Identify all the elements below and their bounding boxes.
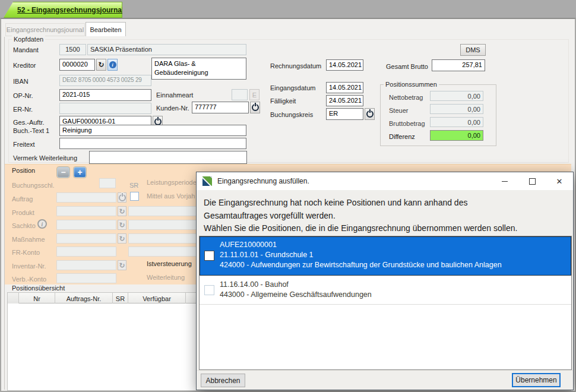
op-nr-input[interactable]: 2021-015 <box>59 89 151 101</box>
item-checkbox[interactable] <box>204 251 214 261</box>
close-button[interactable]: ✕ <box>546 172 573 190</box>
vermerk-input[interactable] <box>89 151 247 164</box>
buchungskreis-input[interactable]: ER <box>326 108 363 120</box>
mittel-aus-vorjahr-label: Mittel aus Vorjah <box>147 192 195 200</box>
positionsuebersicht-label: Positionsübersicht <box>12 284 65 292</box>
sachkto-name-field <box>128 220 203 230</box>
remove-position-button[interactable]: − <box>57 167 69 178</box>
sachkto-field <box>56 220 116 230</box>
column-header-verfuegbar[interactable]: Verfügbar <box>128 293 186 304</box>
istversteuerung-label: Istversteuerung <box>147 260 192 267</box>
row-selector-header[interactable] <box>8 293 19 304</box>
nettobetrag-label: Nettobetrag <box>389 94 423 101</box>
buchungsschl-label: Buchungsschl. <box>12 182 55 189</box>
buchungsschl-field <box>99 178 116 188</box>
gesamt-brutto-input[interactable]: 257,81 <box>432 59 485 71</box>
bruttobetrag-field: 0,00 <box>430 117 483 127</box>
sr-checkbox[interactable] <box>130 192 139 201</box>
einnahmeart-button: E <box>249 89 259 100</box>
inventar-refresh-button: ↻ <box>118 260 126 270</box>
dialog-title: Eingangsrechnung ausfüllen. <box>217 177 309 185</box>
app-window: 52 - Eingangsrechnungsjournal X Eingangs… <box>0 0 576 392</box>
mandant-code-field: 1500 <box>59 44 86 55</box>
item-line: 21.11.01.01 - Grundschule 1 <box>220 250 502 260</box>
kreditor-name-field[interactable]: DARA Glas- & Gebäudereinigung <box>151 58 246 80</box>
close-icon: ✕ <box>556 177 563 186</box>
refresh-icon: ↻ <box>119 235 125 242</box>
ges-auftr-label: Ges.-Auftr. <box>13 119 45 126</box>
lookup-icon <box>119 194 126 201</box>
dialog-message-line: Wählen Sie die Positionen, die in die Ei… <box>204 222 569 235</box>
refresh-icon: ↻ <box>119 208 125 215</box>
lookup-icon <box>252 104 259 111</box>
auftrag-field <box>56 192 116 203</box>
produkt-name-field <box>128 206 203 216</box>
list-item[interactable]: AUFE210000001 21.11.01.01 - Grundschule … <box>200 236 571 276</box>
list-item[interactable]: 11.16.14.00 - Bauhof 443000 - Allgemeine… <box>200 276 571 305</box>
kunden-nr-label: Kunden-Nr. <box>156 105 189 112</box>
op-nr-label: OP-Nr. <box>13 92 33 99</box>
kreditor-name-line: Gebäudereinigung <box>154 68 243 77</box>
app-logo-icon <box>202 176 212 186</box>
add-position-button[interactable]: + <box>74 167 86 178</box>
einnahmeart-field <box>232 89 248 100</box>
fr-konto-label: FR-Konto <box>12 249 40 256</box>
sachkto-refresh-button: ↻ <box>118 220 126 230</box>
tab-bearbeiten[interactable]: Bearbeiten <box>86 22 126 36</box>
buchungskreis-lookup-button[interactable] <box>365 108 375 120</box>
refresh-icon: ↻ <box>119 222 125 229</box>
dialog-eingangsrechnung-ausfuellen: Eingangsrechnung ausfüllen. ✕ Die Eingan… <box>196 172 574 390</box>
buch-text-label: Buch.-Text 1 <box>13 127 49 134</box>
kreditor-input[interactable]: 0000020 <box>59 59 95 71</box>
tab-eingangsrechnungsjournal[interactable]: Eingangsrechnungsjournal <box>5 23 85 36</box>
maximize-icon <box>529 178 536 185</box>
sachkto-info-icon: i <box>37 219 47 229</box>
document-tab-label[interactable]: 52 - Eingangsrechnungsjournal <box>17 6 124 14</box>
er-nr-field <box>59 103 151 114</box>
rechnungsdatum-input[interactable]: 14.05.2021 <box>326 59 363 71</box>
kunden-nr-lookup-button[interactable] <box>250 102 260 113</box>
column-header-auftrags-nr[interactable]: Auftrags-Nr. <box>55 293 113 304</box>
produkt-field <box>56 206 116 216</box>
kreditor-refresh-button[interactable]: ↻ <box>96 59 106 71</box>
minus-icon: − <box>61 168 65 176</box>
buchungskreis-label: Buchungskreis <box>270 111 313 118</box>
faelligkeit-input[interactable]: 24.05.2021 <box>326 95 363 106</box>
dms-button[interactable]: DMS <box>460 44 486 56</box>
item-checkbox[interactable] <box>204 285 214 295</box>
eingangsdatum-input[interactable]: 14.05.2021 <box>326 82 363 93</box>
minimize-button[interactable] <box>491 172 518 190</box>
apply-button[interactable]: Übernehmen <box>512 373 561 387</box>
dialog-message-line: Die Eingangsrechnung hat noch keine Posi… <box>204 197 569 210</box>
document-tab[interactable]: 52 - Eingangsrechnungsjournal X <box>4 2 122 18</box>
inventar-nr-field <box>56 260 116 270</box>
freitext-input[interactable] <box>59 138 246 149</box>
tab-label: Eingangsrechnungsjournal <box>7 26 84 33</box>
differenz-field: 0,00 <box>430 130 483 141</box>
maximize-button[interactable] <box>518 172 546 190</box>
buch-text-input[interactable]: Reinigung <box>59 125 246 136</box>
item-line: AUFE210000001 <box>220 240 502 250</box>
auftrag-lookup-button <box>118 192 126 203</box>
item-line: 11.16.14.00 - Bauhof <box>220 280 372 290</box>
position-group-label: Position <box>12 167 35 174</box>
produkt-refresh-button: ↻ <box>118 206 126 216</box>
massnahme-refresh-button: ↻ <box>118 233 126 244</box>
massnahme-field <box>56 233 116 244</box>
close-icon[interactable]: X <box>129 6 134 14</box>
iban-field: DE02 8705 0000 4573 0025 29 <box>59 75 151 86</box>
column-header-nr[interactable]: Nr <box>19 293 55 304</box>
rechnungsdatum-label: Rechnungsdatum <box>270 62 321 69</box>
kreditor-info-button[interactable]: i <box>107 59 118 71</box>
column-header-sr[interactable]: SR <box>113 293 128 304</box>
bruttobetrag-label: Bruttobetrag <box>389 120 425 127</box>
dialog-titlebar[interactable]: Eingangsrechnung ausfüllen. ✕ <box>197 172 573 190</box>
mandant-label: Mandant <box>13 46 39 53</box>
minimize-icon <box>502 181 508 182</box>
plus-icon: + <box>77 168 82 176</box>
positions-listbox[interactable]: AUFE210000001 21.11.01.01 - Grundschule … <box>199 236 572 370</box>
inventar-nr-label: Inventar-Nr. <box>12 263 46 270</box>
mandant-name-field: SASKIA Präsentation <box>87 44 246 55</box>
kunden-nr-input[interactable]: 777777 <box>192 102 249 113</box>
cancel-button[interactable]: Abbrechen <box>201 374 245 387</box>
